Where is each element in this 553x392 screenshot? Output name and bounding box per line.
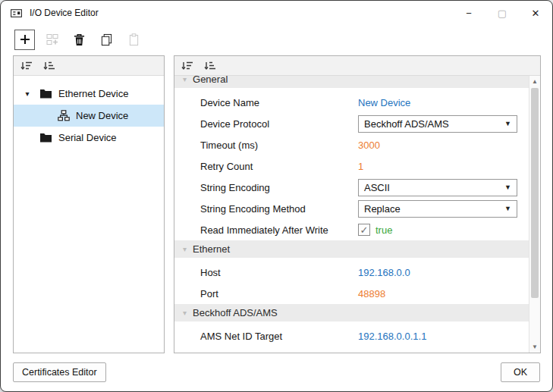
vertical-scrollbar[interactable]: ▲ ▼: [529, 76, 540, 353]
port-value[interactable]: 48898: [358, 288, 385, 299]
ok-button[interactable]: OK: [501, 362, 540, 382]
property-label: AMS Net ID Target: [200, 331, 358, 342]
app-icon: [10, 6, 24, 20]
scroll-up-icon[interactable]: ▲: [529, 76, 540, 87]
add-child-icon: [46, 33, 59, 46]
tree-item-serial-device[interactable]: Serial Device: [14, 127, 164, 149]
property-label: String Encoding Method: [200, 203, 358, 215]
folder-icon: [39, 133, 52, 143]
folder-icon: [39, 89, 52, 99]
string-encoding-dropdown[interactable]: ASCII ▼: [358, 179, 517, 196]
sort-ascending-icon[interactable]: [181, 60, 195, 72]
property-row-host: Host 192.168.0.0: [174, 262, 529, 283]
tree-expand-icon[interactable]: ▾: [21, 89, 33, 98]
dropdown-value: Replace: [364, 203, 401, 215]
tree-item-label: Serial Device: [58, 132, 117, 143]
tree-item-ethernet-device[interactable]: ▾ Ethernet Device: [14, 83, 164, 105]
paste-button[interactable]: [124, 30, 144, 50]
property-label: Device Name: [200, 97, 358, 108]
plus-icon: [19, 33, 31, 45]
property-label: Timeout (ms): [200, 140, 358, 151]
section-title: Ethernet: [193, 243, 230, 255]
section-header-general[interactable]: ▾ General: [174, 76, 529, 88]
string-encoding-method-dropdown[interactable]: Replace ▼: [358, 200, 517, 218]
copy-icon: [100, 33, 113, 46]
network-device-icon: [58, 110, 70, 121]
property-row-ams-net-id: AMS Net ID Target 192.168.0.0.1.1: [174, 325, 529, 347]
property-label: String Encoding: [200, 182, 358, 193]
section-header-ethernet[interactable]: ▾ Ethernet: [174, 240, 529, 258]
window-title: I/O Device Editor: [30, 8, 99, 18]
footer: Certificates Editor OK: [1, 358, 552, 391]
device-name-value[interactable]: New Device: [358, 97, 410, 108]
tree-item-label: Ethernet Device: [58, 88, 129, 99]
device-tree-panel: ▾ Ethernet Device: [13, 55, 165, 353]
section-title: Beckhoff ADS/AMS: [193, 307, 278, 318]
sort-descending-icon[interactable]: [43, 60, 57, 72]
property-row-device-name: Device Name New Device: [174, 92, 529, 113]
main-area: ▾ Ethernet Device: [1, 54, 552, 358]
retry-count-value[interactable]: 1: [358, 161, 363, 172]
scrollbar-thumb[interactable]: [531, 88, 539, 298]
dropdown-value: ASCII: [364, 182, 390, 193]
checkbox-value-label: true: [375, 224, 392, 236]
property-grid: ▾ General Device Name New Device Device …: [174, 76, 529, 353]
titlebar: I/O Device Editor − ▢ ✕: [1, 1, 552, 25]
read-after-write-checkbox[interactable]: ✓: [358, 224, 370, 236]
host-value[interactable]: 192.168.0.0: [358, 267, 410, 278]
trash-icon: [74, 33, 85, 46]
property-label: Device Protocol: [200, 118, 358, 130]
property-row-retry-count: Retry Count 1: [174, 155, 529, 177]
property-row-string-encoding: String Encoding ASCII ▼: [174, 177, 529, 198]
collapse-arrow-icon: ▾: [183, 245, 187, 253]
copy-button[interactable]: [96, 30, 117, 50]
device-tree: ▾ Ethernet Device: [14, 76, 164, 149]
sort-ascending-icon[interactable]: [20, 60, 34, 72]
property-row-string-encoding-method: String Encoding Method Replace ▼: [174, 198, 529, 219]
property-row-ads-port: ADS Port Target 851: [174, 347, 529, 353]
chevron-down-icon: ▼: [504, 183, 511, 191]
sort-descending-icon[interactable]: [204, 60, 218, 72]
ads-port-value[interactable]: 851: [358, 352, 375, 353]
property-row-device-protocol: Device Protocol Beckhoff ADS/AMS ▼: [174, 113, 529, 134]
property-label: Port: [200, 288, 358, 299]
io-device-editor-window: I/O Device Editor − ▢ ✕: [0, 0, 553, 392]
property-row-read-after-write: Read Immediately After Write ✓ true: [174, 219, 529, 240]
chevron-down-icon: ▼: [504, 205, 511, 212]
property-row-port: Port 48898: [174, 283, 529, 304]
close-button[interactable]: ✕: [519, 1, 552, 25]
collapse-arrow-icon: ▾: [183, 309, 187, 317]
delete-button[interactable]: [69, 30, 90, 50]
device-protocol-dropdown[interactable]: Beckhoff ADS/AMS ▼: [358, 115, 517, 133]
paste-icon: [128, 33, 140, 46]
chevron-down-icon: ▼: [504, 120, 511, 127]
ams-net-id-value[interactable]: 192.168.0.0.1.1: [358, 331, 426, 342]
tree-panel-toolbar: [14, 56, 164, 76]
section-header-beckhoff[interactable]: ▾ Beckhoff ADS/AMS: [174, 304, 529, 321]
section-title: General: [193, 76, 228, 85]
main-toolbar: [1, 25, 552, 54]
property-grid-panel: ▾ General Device Name New Device Device …: [174, 55, 541, 353]
tree-item-new-device[interactable]: New Device: [14, 105, 164, 127]
add-device-button[interactable]: [14, 30, 35, 50]
check-icon: ✓: [360, 225, 369, 235]
property-label: ADS Port Target: [200, 352, 358, 353]
property-row-timeout: Timeout (ms) 3000: [174, 134, 529, 155]
property-panel-toolbar: [174, 56, 540, 76]
minimize-button[interactable]: −: [452, 1, 485, 25]
maximize-button[interactable]: ▢: [485, 1, 519, 25]
scroll-down-icon[interactable]: ▼: [529, 341, 540, 353]
dropdown-value: Beckhoff ADS/AMS: [364, 118, 449, 130]
tree-item-label: New Device: [76, 110, 128, 121]
property-label: Read Immediately After Write: [200, 224, 358, 236]
timeout-value[interactable]: 3000: [358, 140, 380, 151]
collapse-arrow-icon: ▾: [183, 76, 187, 83]
add-child-button[interactable]: [42, 30, 62, 50]
property-label: Host: [200, 267, 358, 278]
certificates-editor-button[interactable]: Certificates Editor: [13, 362, 106, 382]
property-label: Retry Count: [200, 161, 358, 172]
